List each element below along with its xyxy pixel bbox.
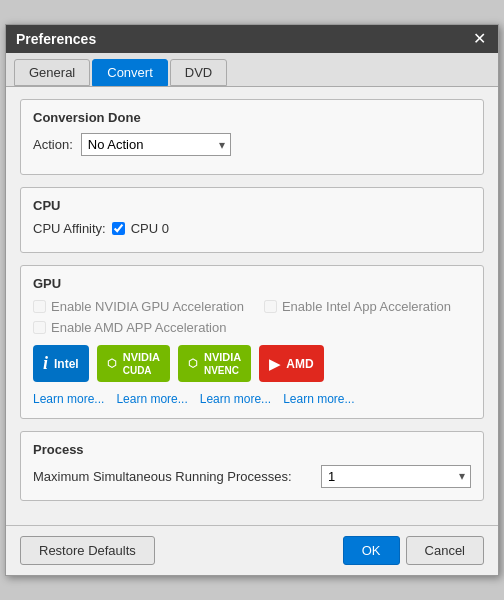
amd-app-label: Enable AMD APP Acceleration	[51, 320, 226, 335]
cancel-button[interactable]: Cancel	[406, 536, 484, 565]
learn-more-container: Learn more... Learn more... Learn more..…	[33, 392, 471, 406]
intel-app-check-item: Enable Intel App Acceleration	[264, 299, 451, 314]
conversion-done-section: Conversion Done Action: No Action Shut D…	[20, 99, 484, 175]
max-processes-select-wrapper: 1 2 3 4	[321, 465, 471, 488]
nvidia-nvenc-label: NVIDIANVENC	[204, 351, 241, 375]
nvidia-cuda-icon: ⬡	[107, 357, 117, 370]
cpu0-label: CPU 0	[131, 221, 169, 236]
process-section-label: Process	[33, 442, 471, 457]
amd-app-check-item: Enable AMD APP Acceleration	[33, 320, 226, 335]
action-row: Action: No Action Shut Down Hibernate Sl…	[33, 133, 471, 156]
dialog-title: Preferences	[16, 31, 96, 47]
nvidia-nvenc-card[interactable]: ⬡ NVIDIANVENC	[178, 345, 251, 381]
cpu-affinity-row: CPU Affinity: CPU 0	[33, 221, 471, 236]
learn-more-nvidia-nvenc[interactable]: Learn more...	[200, 392, 271, 406]
intel-icon: i	[43, 353, 48, 374]
nvidia-cuda-label: NVIDIACUDA	[123, 351, 160, 375]
gpu-row-1: Enable NVIDIA GPU Acceleration Enable In…	[33, 299, 471, 314]
learn-more-nvidia-cuda[interactable]: Learn more...	[116, 392, 187, 406]
tab-convert[interactable]: Convert	[92, 59, 168, 86]
restore-defaults-button[interactable]: Restore Defaults	[20, 536, 155, 565]
nvidia-cuda-card[interactable]: ⬡ NVIDIACUDA	[97, 345, 170, 381]
amd-card[interactable]: ▶ AMD	[259, 345, 323, 381]
amd-label: AMD	[286, 357, 313, 371]
dialog-footer: Restore Defaults OK Cancel	[6, 525, 498, 575]
tab-general[interactable]: General	[14, 59, 90, 86]
preferences-dialog: Preferences ✕ General Convert DVD Conver…	[5, 24, 499, 575]
amd-app-checkbox[interactable]	[33, 321, 46, 334]
amd-icon: ▶	[269, 356, 280, 372]
gpu-section-label: GPU	[33, 276, 471, 291]
footer-right-buttons: OK Cancel	[343, 536, 484, 565]
cpu-section-label: CPU	[33, 198, 471, 213]
nvidia-nvenc-icon: ⬡	[188, 357, 198, 370]
learn-more-amd[interactable]: Learn more...	[283, 392, 354, 406]
action-label: Action:	[33, 137, 73, 152]
tabs-bar: General Convert DVD	[6, 53, 498, 87]
nvidia-gpu-check-item: Enable NVIDIA GPU Acceleration	[33, 299, 244, 314]
main-content: Conversion Done Action: No Action Shut D…	[6, 87, 498, 524]
intel-card[interactable]: i Intel	[33, 345, 89, 381]
cpu0-checkbox[interactable]	[112, 222, 125, 235]
max-processes-row: Maximum Simultaneous Running Processes: …	[33, 465, 471, 488]
process-section: Process Maximum Simultaneous Running Pro…	[20, 431, 484, 501]
action-select[interactable]: No Action Shut Down Hibernate Sleep	[81, 133, 231, 156]
nvidia-gpu-checkbox[interactable]	[33, 300, 46, 313]
gpu-section: GPU Enable NVIDIA GPU Acceleration Enabl…	[20, 265, 484, 418]
intel-label: Intel	[54, 357, 79, 371]
title-bar: Preferences ✕	[6, 25, 498, 53]
tab-dvd[interactable]: DVD	[170, 59, 227, 86]
close-button[interactable]: ✕	[471, 31, 488, 47]
action-select-wrapper: No Action Shut Down Hibernate Sleep	[81, 133, 231, 156]
conversion-done-label: Conversion Done	[33, 110, 471, 125]
gpu-row-2: Enable AMD APP Acceleration	[33, 320, 471, 335]
intel-app-checkbox[interactable]	[264, 300, 277, 313]
cpu-section: CPU CPU Affinity: CPU 0	[20, 187, 484, 253]
gpu-cards-container: i Intel ⬡ NVIDIACUDA ⬡ NVIDIANVENC ▶ AMD	[33, 345, 471, 381]
max-processes-select[interactable]: 1 2 3 4	[321, 465, 471, 488]
nvidia-gpu-label: Enable NVIDIA GPU Acceleration	[51, 299, 244, 314]
ok-button[interactable]: OK	[343, 536, 400, 565]
gpu-checkboxes-container: Enable NVIDIA GPU Acceleration Enable In…	[33, 299, 471, 335]
cpu-affinity-label: CPU Affinity:	[33, 221, 106, 236]
learn-more-intel[interactable]: Learn more...	[33, 392, 104, 406]
intel-app-label: Enable Intel App Acceleration	[282, 299, 451, 314]
max-processes-label: Maximum Simultaneous Running Processes:	[33, 469, 292, 484]
